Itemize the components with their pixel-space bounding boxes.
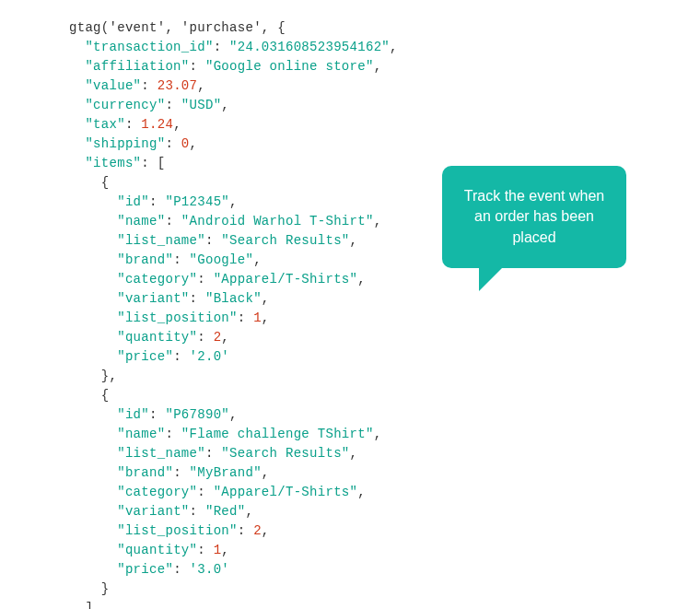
code-text: gtag('event', 'purchase', {: [69, 20, 286, 35]
value: "Red": [205, 504, 246, 519]
value: 2: [253, 523, 262, 538]
value: "Apparel/T-Shirts": [214, 485, 358, 499]
key: "brand": [117, 252, 173, 267]
value: "Search Results": [221, 446, 349, 461]
key: "brand": [117, 465, 173, 480]
key: "quantity": [117, 543, 197, 557]
key: "items": [85, 156, 141, 170]
key: "list_name": [117, 233, 205, 248]
value: "Google": [190, 252, 254, 267]
key: "currency": [85, 98, 165, 112]
annotation-text: Track the event when an order has been p…: [464, 188, 604, 245]
value: 23.07: [158, 78, 198, 93]
value: 1: [253, 310, 262, 325]
key: "value": [85, 78, 141, 93]
value: "Search Results": [221, 233, 349, 248]
key: "id": [117, 194, 149, 209]
key: "tax": [85, 117, 125, 132]
value: 1.24: [141, 117, 173, 132]
value: "24.031608523954162": [229, 40, 390, 54]
key: "id": [117, 407, 149, 422]
value: "Apparel/T-Shirts": [214, 272, 358, 287]
value: "Flame challenge TShirt": [181, 427, 374, 441]
key: "quantity": [117, 330, 197, 345]
key: "transaction_id": [85, 40, 213, 54]
value: '2.0': [190, 349, 230, 364]
code-snippet: gtag('event', 'purchase', { "transaction…: [69, 18, 700, 609]
key: "affiliation": [85, 59, 189, 74]
value: "P67890": [165, 407, 229, 422]
key: "name": [117, 427, 165, 441]
value: "P12345": [165, 194, 229, 209]
key: "list_position": [117, 523, 238, 538]
key: "list_name": [117, 446, 205, 461]
key: "variant": [117, 504, 189, 519]
key: "price": [117, 562, 173, 577]
annotation-callout: Track the event when an order has been p…: [442, 166, 626, 268]
key: "price": [117, 349, 173, 364]
key: "category": [117, 485, 197, 499]
value: 0: [181, 136, 190, 151]
key: "list_position": [117, 310, 238, 325]
key: "variant": [117, 291, 189, 306]
value: '3.0': [190, 562, 230, 577]
value: "USD": [181, 98, 222, 112]
key: "name": [117, 214, 165, 228]
value: "MyBrand": [190, 465, 262, 480]
value: "Black": [205, 291, 262, 306]
key: "shipping": [85, 136, 165, 151]
key: "category": [117, 272, 197, 287]
value: "Google online store": [205, 59, 374, 74]
value: "Android Warhol T-Shirt": [181, 214, 374, 228]
